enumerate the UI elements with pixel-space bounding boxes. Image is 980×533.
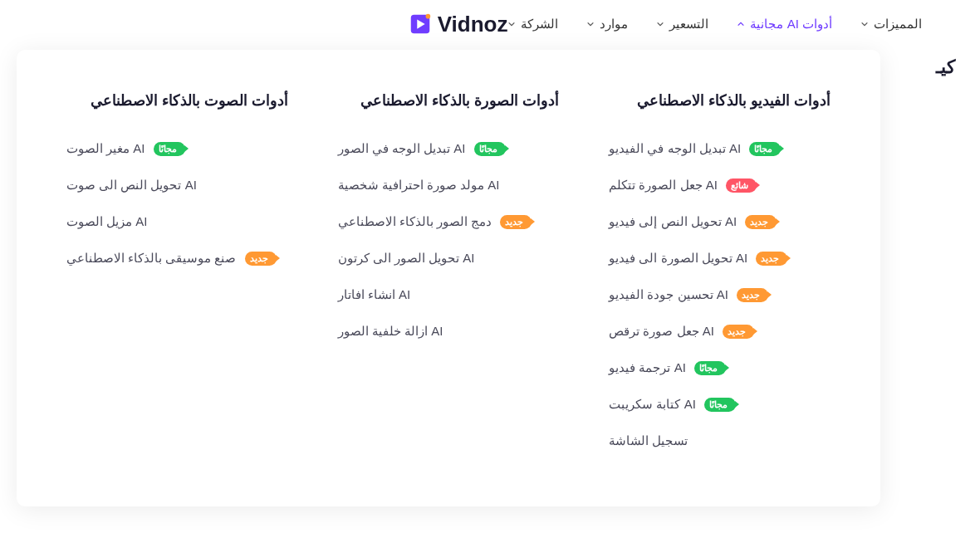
chevron-down-icon	[860, 20, 869, 28]
nav-label: التسعير	[669, 17, 708, 32]
column-title: أدوات الفيديو بالذكاء الاصطناعي	[609, 91, 831, 110]
badge-new: جديد	[737, 288, 768, 302]
nav-label: موارد	[600, 17, 628, 32]
logo[interactable]: Vidnoz	[408, 12, 508, 37]
menu-item-label: AI مولد صورة احترافية شخصية	[338, 178, 500, 193]
menu-item[interactable]: AI انشاء افاتار	[338, 287, 560, 302]
menu-list: AI مغير الصوتمجانًاAI تحويل النص الى صوت…	[66, 141, 288, 266]
menu-item[interactable]: AI تحويل الصور الى كرتون	[338, 251, 560, 266]
menu-item[interactable]: AI كتابة سكريبتمجانًا	[609, 397, 831, 412]
menu-item[interactable]: تسجيل الشاشة	[609, 433, 831, 448]
menu-column: أدوات الفيديو بالذكاء الاصطناعيAI تبديل …	[609, 91, 831, 448]
menu-item-label: AI تحويل الصورة الى فيديو	[609, 251, 747, 266]
nav-label: الشركة	[521, 17, 558, 32]
menu-item[interactable]: AI تحسين جودة الفيديوجديد	[609, 287, 831, 302]
column-title: أدوات الصوت بالذكاء الاصطناعي	[66, 91, 288, 110]
svg-point-0	[425, 14, 430, 19]
badge-free: مجانًا	[154, 142, 185, 156]
menu-item[interactable]: AI تحويل النص الى صوت	[66, 178, 288, 193]
column-title: أدوات الصورة بالذكاء الاصطناعي	[338, 91, 560, 110]
nav-pricing[interactable]: التسعير	[656, 17, 708, 32]
menu-item[interactable]: AI ترجمة فيديومجانًا	[609, 360, 831, 375]
nav-company[interactable]: الشركة	[507, 17, 558, 32]
menu-item-label: تسجيل الشاشة	[609, 433, 688, 448]
menu-item-label: دمج الصور بالذكاء الاصطناعي	[338, 214, 492, 229]
main-navigation: المميزات أدوات AI مجانية التسعير موارد ا…	[507, 17, 922, 32]
chevron-up-icon	[737, 20, 745, 28]
menu-item-label: AI تبديل الوجه في الفيديو	[609, 141, 741, 156]
badge-popular: شائع	[726, 178, 757, 193]
badge-new: جديد	[245, 252, 277, 266]
menu-item-label: AI كتابة سكريبت	[609, 397, 696, 412]
chevron-down-icon	[656, 20, 664, 28]
menu-item-label: صنع موسيقى بالذكاء الاصطناعي	[66, 251, 237, 266]
menu-item-label: AI جعل الصورة تتكلم	[609, 178, 718, 193]
menu-list: AI تبديل الوجه في الصورمجانًاAI مولد صور…	[338, 141, 560, 339]
menu-item[interactable]: AI ازالة خلفية الصور	[338, 324, 560, 339]
nav-resources[interactable]: موارد	[586, 17, 628, 32]
badge-free: مجانًا	[704, 398, 736, 412]
menu-item-label: AI جعل صورة ترقص	[609, 324, 714, 339]
menu-item-label: AI تحويل النص إلى فيديو	[609, 214, 737, 229]
menu-item-label: AI مغير الصوت	[66, 141, 145, 156]
menu-item-label: AI تبديل الوجه في الصور	[338, 141, 466, 156]
menu-item[interactable]: AI جعل الصورة تتكلمشائع	[609, 178, 831, 193]
menu-item-label: AI مزيل الصوت	[66, 214, 148, 229]
chevron-down-icon	[586, 20, 595, 28]
menu-item-label: AI تحويل النص الى صوت	[66, 178, 197, 193]
nav-label: أدوات AI مجانية	[750, 17, 832, 32]
nav-features[interactable]: المميزات	[860, 17, 922, 32]
menu-item[interactable]: AI تبديل الوجه في الصورمجانًا	[338, 141, 560, 156]
menu-item[interactable]: AI تحويل النص إلى فيديوجديد	[609, 214, 831, 229]
menu-list: AI تبديل الوجه في الفيديومجانًاAI جعل ال…	[609, 141, 831, 448]
menu-item[interactable]: AI مزيل الصوت	[66, 214, 288, 229]
badge-new: جديد	[723, 325, 754, 339]
menu-item-label: AI انشاء افاتار	[338, 287, 411, 302]
menu-column: أدوات الصورة بالذكاء الاصطناعيAI تبديل ا…	[338, 91, 560, 448]
free-tools-mega-menu: أدوات الفيديو بالذكاء الاصطناعيAI تبديل …	[17, 50, 880, 506]
page-heading-partial: كيـ	[936, 56, 955, 78]
badge-free: مجانًا	[694, 361, 726, 375]
menu-item[interactable]: AI مولد صورة احترافية شخصية	[338, 178, 560, 193]
menu-item[interactable]: صنع موسيقى بالذكاء الاصطناعيجديد	[66, 251, 288, 266]
nav-free-tools[interactable]: أدوات AI مجانية	[737, 17, 832, 32]
menu-item-label: AI تحويل الصور الى كرتون	[338, 251, 475, 266]
menu-item[interactable]: AI تحويل الصورة الى فيديوجديد	[609, 251, 831, 266]
menu-item[interactable]: دمج الصور بالذكاء الاصطناعيجديد	[338, 214, 560, 229]
badge-new: جديد	[756, 252, 787, 266]
menu-item[interactable]: AI جعل صورة ترقصجديد	[609, 324, 831, 339]
badge-new: جديد	[745, 215, 777, 229]
header: المميزات أدوات AI مجانية التسعير موارد ا…	[0, 0, 980, 48]
logo-icon	[408, 12, 433, 37]
badge-new: جديد	[500, 215, 532, 229]
menu-item-label: AI ترجمة فيديو	[609, 360, 686, 375]
chevron-down-icon	[507, 20, 516, 28]
menu-column: أدوات الصوت بالذكاء الاصطناعيAI مغير الص…	[66, 91, 288, 448]
menu-item[interactable]: AI مغير الصوتمجانًا	[66, 141, 288, 156]
badge-free: مجانًا	[474, 142, 506, 156]
menu-item-label: AI تحسين جودة الفيديو	[609, 287, 728, 302]
badge-free: مجانًا	[749, 142, 781, 156]
menu-item-label: AI ازالة خلفية الصور	[338, 324, 443, 339]
logo-text: Vidnoz	[438, 12, 508, 37]
menu-item[interactable]: AI تبديل الوجه في الفيديومجانًا	[609, 141, 831, 156]
nav-label: المميزات	[874, 17, 922, 32]
